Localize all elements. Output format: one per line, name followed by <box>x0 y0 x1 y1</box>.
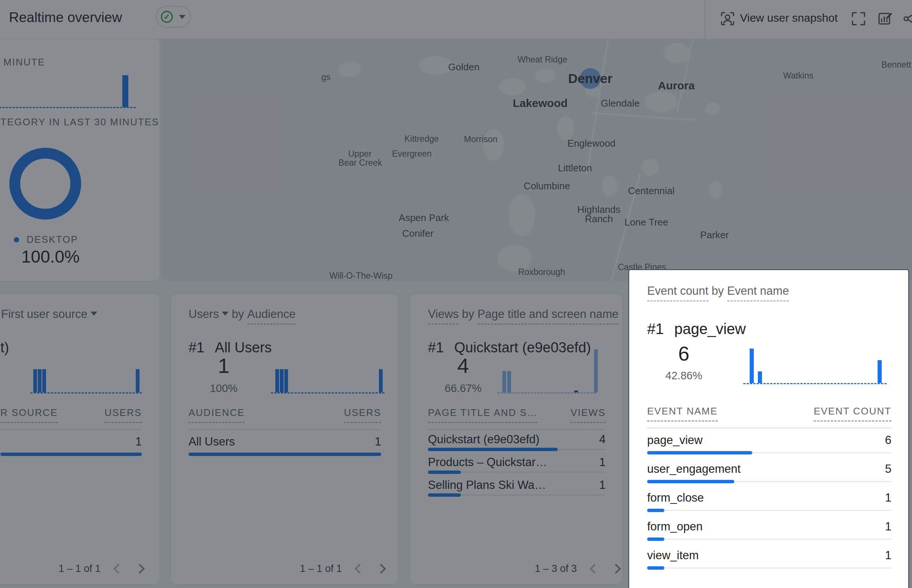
column-header[interactable]: EVENT NAME <box>647 405 718 422</box>
row-value: 1 <box>885 491 891 505</box>
table-row: user_engagement5 <box>647 457 891 486</box>
row-dimension: form_open <box>647 520 702 533</box>
card-event-count-by-event-name: Event count by Event name #1page_view 6 … <box>628 269 909 588</box>
sparkline-chart <box>743 349 886 384</box>
top-entry-name: page_view <box>675 321 746 337</box>
column-header[interactable]: EVENT COUNT <box>814 405 891 422</box>
row-dimension: page_view <box>647 433 702 447</box>
metric-label[interactable]: Event count <box>647 284 709 302</box>
rank-number: #1 <box>647 321 664 337</box>
metric-percentage: 42.86% <box>644 370 723 382</box>
dimension-label[interactable]: Event name <box>727 284 789 302</box>
title-by: by <box>712 284 724 297</box>
row-bar <box>647 538 891 541</box>
row-dimension: user_engagement <box>647 462 741 476</box>
sparkline-bar <box>750 349 754 383</box>
row-value: 5 <box>885 462 891 476</box>
metric-value: 6 <box>644 343 723 363</box>
ga-realtime-overview: lawkgsGoldenWheat RidgeDenverAuroraWatki… <box>0 0 912 588</box>
row-dimension: form_close <box>647 491 704 505</box>
table-row: form_open1 <box>647 515 891 543</box>
table-row: view_item1 <box>647 543 891 572</box>
row-value: 1 <box>885 549 891 562</box>
card-title: Event count by Event name <box>647 284 789 302</box>
data-table: EVENT NAMEEVENT COUNTpage_view6user_enga… <box>647 405 891 572</box>
top-entry: #1page_view <box>647 321 746 338</box>
row-bar <box>647 566 891 570</box>
row-bar <box>647 480 891 483</box>
table-row: form_close1 <box>647 486 891 515</box>
row-value: 6 <box>885 433 891 447</box>
sparkline-bar <box>878 360 882 383</box>
row-bar <box>647 509 891 512</box>
sparkline-bar <box>758 372 762 383</box>
table-row: page_view6 <box>647 428 891 457</box>
row-value: 1 <box>885 520 891 533</box>
row-dimension: view_item <box>647 549 699 562</box>
metric-stat: 6 42.86% <box>644 343 723 382</box>
row-bar <box>647 451 891 454</box>
